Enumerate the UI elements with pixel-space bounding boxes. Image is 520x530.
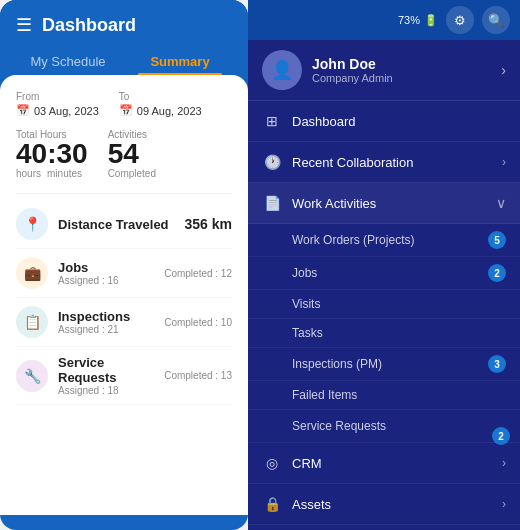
tab-my-schedule[interactable]: My Schedule [16,46,120,75]
assets-label: Assets [292,497,502,512]
dashboard-nav-icon: ⊞ [262,111,282,131]
sub-item-visits[interactable]: Visits [248,290,520,319]
profile-name: John Doe [312,56,501,72]
assets-chevron-icon: › [502,497,506,511]
tab-summary[interactable]: Summary [128,46,232,75]
distance-value: 356 km [185,216,232,232]
visits-label: Visits [292,297,506,311]
inspections-assigned: Assigned : 21 [58,324,164,335]
from-label: From [16,91,99,102]
activities-sub: Completed [108,168,156,179]
work-orders-label: Work Orders (Projects) [292,233,488,247]
search-icon: 🔍 [488,13,504,28]
inspections-pm-label: Inspections (PM) [292,357,488,371]
profile-section[interactable]: 👤 John Doe Company Admin › [248,40,520,101]
dashboard-nav-label: Dashboard [292,114,506,129]
to-label: To [119,91,202,102]
jobs-assigned: Assigned : 16 [58,275,164,286]
search-button[interactable]: 🔍 [482,6,510,34]
tabs-bar: My Schedule Summary [0,46,248,75]
sub-item-service-requests[interactable]: Service Requests 2 [248,410,520,443]
distance-row: 📍 Distance Traveled 356 km [16,200,232,249]
profile-role: Company Admin [312,72,501,84]
jobs-sub-badge: 2 [488,264,506,282]
dashboard-title: Dashboard [42,15,136,36]
jobs-row: 💼 Jobs Assigned : 16 Completed : 12 [16,249,232,298]
jobs-icon: 💼 [16,257,48,289]
sub-item-tasks[interactable]: Tasks [248,319,520,348]
from-value: 📅 03 Aug, 2023 [16,104,99,117]
service-requests-assigned: Assigned : 18 [58,385,164,396]
nav-item-dashboard[interactable]: ⊞ Dashboard [248,101,520,142]
profile-info: John Doe Company Admin [312,56,501,84]
filter-icon: ⚙ [454,13,466,28]
inspections-icon: 📋 [16,306,48,338]
sub-item-work-orders[interactable]: Work Orders (Projects) 5 [248,224,520,257]
total-hours-group: Total Hours 40:30 hours minutes [16,129,88,179]
left-content: From 📅 03 Aug, 2023 To 📅 09 Aug, 2023 To… [0,75,248,515]
distance-label: Distance Traveled [58,217,185,232]
service-requests-label: Service Requests [58,355,164,385]
divider [16,193,232,194]
hamburger-icon[interactable]: ☰ [16,14,32,36]
profile-chevron-icon: › [501,62,506,78]
service-requests-info: Service Requests Assigned : 18 [58,355,164,396]
date-to-group: To 📅 09 Aug, 2023 [119,91,202,117]
nav-item-assets[interactable]: 🔒 Assets › [248,484,520,525]
activities-count: 54 [108,140,156,168]
activities-group: Activities 54 Completed [108,129,156,179]
sub-item-inspections-pm[interactable]: Inspections (PM) 3 [248,348,520,381]
left-panel: ☰ Dashboard My Schedule Summary From 📅 0… [0,0,248,530]
battery-level: 73% [398,14,420,26]
inspections-label: Inspections [58,309,164,324]
sub-item-jobs[interactable]: Jobs 2 [248,257,520,290]
crm-label: CRM [292,456,502,471]
filter-button[interactable]: ⚙ [446,6,474,34]
recent-collab-icon: 🕐 [262,152,282,172]
failed-items-label: Failed Items [292,388,506,402]
stats-row: Total Hours 40:30 hours minutes Activiti… [16,129,232,179]
left-header: ☰ Dashboard [0,0,248,46]
to-value: 📅 09 Aug, 2023 [119,104,202,117]
jobs-sub-label: Jobs [292,266,488,280]
cal-icon-to: 📅 [119,104,133,117]
tasks-label: Tasks [292,326,506,340]
sub-item-failed-items[interactable]: Failed Items [248,381,520,410]
recent-collab-chevron-icon: › [502,155,506,169]
battery-icon: 🔋 [424,14,438,27]
work-activities-icon: 📄 [262,193,282,213]
work-activities-expand-icon: ∨ [496,195,506,211]
assets-icon: 🔒 [262,494,282,514]
jobs-label: Jobs [58,260,164,275]
crm-chevron-icon: › [502,456,506,470]
service-requests-sub-label: Service Requests [292,419,488,433]
avatar: 👤 [262,50,302,90]
service-requests-completed: Completed : 13 [164,370,232,381]
distance-icon: 📍 [16,208,48,240]
nav-item-work-activities[interactable]: 📄 Work Activities ∨ [248,183,520,224]
crm-icon: ◎ [262,453,282,473]
nav-item-recent-collaboration[interactable]: 🕐 Recent Collaboration › [248,142,520,183]
inspections-pm-badge: 3 [488,355,506,373]
right-panel: 73% 🔋 ⚙ 🔍 👤 John Doe Company Admin › ⊞ D… [248,0,520,530]
battery-area: 73% 🔋 [398,14,438,27]
nav-item-crm[interactable]: ◎ CRM › [248,443,520,484]
total-hours-value: 40:30 [16,140,88,168]
date-from-group: From 📅 03 Aug, 2023 [16,91,99,117]
service-requests-icon: 🔧 [16,360,48,392]
inspections-info: Inspections Assigned : 21 [58,309,164,335]
right-top-bar: 73% 🔋 ⚙ 🔍 [248,0,520,40]
cal-icon-from: 📅 [16,104,30,117]
hours-sub: hours minutes [16,168,88,179]
top-icons: ⚙ 🔍 [446,6,510,34]
jobs-completed: Completed : 12 [164,268,232,279]
date-row: From 📅 03 Aug, 2023 To 📅 09 Aug, 2023 [16,91,232,117]
work-orders-badge: 5 [488,231,506,249]
inspections-completed: Completed : 10 [164,317,232,328]
service-requests-row: 🔧 Service Requests Assigned : 18 Complet… [16,347,232,405]
nav-list: ⊞ Dashboard 🕐 Recent Collaboration › 📄 W… [248,101,520,530]
jobs-info: Jobs Assigned : 16 [58,260,164,286]
nav-item-inventory[interactable]: ✔ Inventory › [248,525,520,530]
recent-collab-label: Recent Collaboration [292,155,502,170]
work-activities-label: Work Activities [292,196,496,211]
